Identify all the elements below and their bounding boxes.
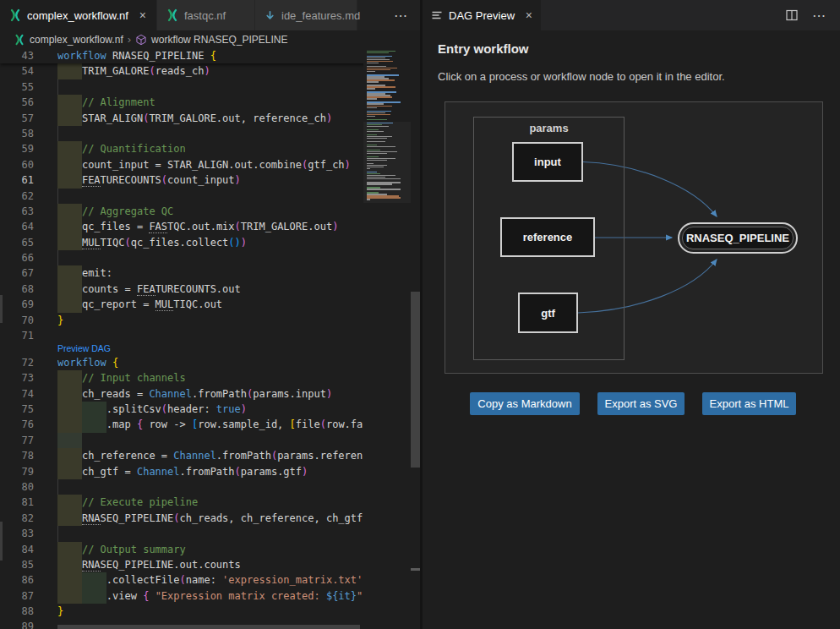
code-line-67[interactable]: 67 emit: — [0, 265, 420, 281]
line-number: 75 — [0, 402, 57, 417]
export-as-html-button[interactable]: Export as HTML — [702, 392, 796, 415]
code-line-62[interactable]: 62 — [0, 189, 420, 204]
scrollbar-thumb[interactable] — [411, 292, 420, 468]
code-line-60[interactable]: 60 count_input = STAR_ALIGN.out.combine(… — [0, 157, 420, 172]
line-number: 43 — [0, 48, 57, 63]
code-line-88[interactable]: 88} — [0, 604, 420, 619]
dag-node-reference[interactable]: reference — [500, 217, 595, 257]
line-number: 78 — [0, 448, 57, 463]
code-line-63[interactable]: 63 // Aggregate QC — [0, 204, 420, 219]
webview-preview-icon — [431, 9, 443, 21]
breadcrumb: complex_workflow.nf › workflow RNASEQ_PI… — [0, 30, 420, 48]
nextflow-icon — [14, 34, 25, 46]
code-line-81[interactable]: 81 // Execute pipeline — [0, 495, 420, 510]
line-number: 54 — [0, 63, 57, 79]
code-line-59[interactable]: 59 // Quantification — [0, 141, 420, 156]
breadcrumb-file[interactable]: complex_workflow.nf — [30, 34, 123, 46]
code-line-69[interactable]: 69 qc_report = MULTIQC.out — [0, 297, 420, 312]
split-editor-icon[interactable] — [785, 8, 799, 22]
code-line-85[interactable]: 85 RNASEQ_PIPELINE.out.counts — [0, 557, 420, 572]
code-line-72[interactable]: 72workflow { — [0, 355, 420, 370]
code-line-54[interactable]: 54 TRIM_GALORE(reads_ch) — [0, 63, 420, 79]
line-number: 63 — [0, 204, 57, 219]
tab-label: fastqc.nf — [184, 9, 226, 22]
close-icon[interactable]: × — [526, 8, 532, 22]
editor-tab-bar: complex_workflow.nf × fastqc.nf — [0, 0, 420, 30]
dag-node-gtf[interactable]: gtf — [518, 293, 578, 333]
tab-fastqc[interactable]: fastqc.nf — [157, 0, 255, 30]
minimap-viewport[interactable] — [363, 122, 411, 203]
code-line-75[interactable]: 75 .splitCsv(header: true) — [0, 402, 420, 417]
panel-actions: ⋯ — [785, 0, 840, 30]
code-line-61[interactable]: 61 FEATURECOUNTS(count_input) — [0, 172, 420, 188]
more-actions-icon[interactable]: ⋯ — [812, 8, 826, 24]
copy-as-markdown-button[interactable]: Copy as Markdown — [470, 392, 580, 415]
close-icon[interactable]: × — [138, 8, 148, 22]
tab-complex-workflow[interactable]: complex_workflow.nf × — [0, 0, 157, 30]
dag-preview-body: Entry workflow Click on a process or wor… — [423, 30, 840, 629]
code-line-80[interactable]: 80 — [0, 479, 420, 495]
code-line-82[interactable]: 82 RNASEQ_PIPELINE(ch_reads, ch_referenc… — [0, 511, 420, 526]
dag-diagram: params input reference gtf RNASEQ_PIPELI… — [445, 101, 823, 374]
markdown-icon — [264, 9, 276, 22]
vertical-scrollbar[interactable] — [411, 48, 420, 629]
minimap-line — [367, 119, 387, 120]
line-number: 77 — [0, 433, 57, 448]
code-line-68[interactable]: 68 counts = FEATURECOUNTS.out — [0, 282, 420, 297]
sticky-scroll-line[interactable]: 43workflow RNASEQ_PIPELINE { — [0, 48, 369, 63]
params-group-label: params — [474, 122, 624, 134]
code-line-83[interactable]: 83 — [0, 526, 420, 541]
code-line-76[interactable]: 76 .map { row -> [row.sample_id, [file(r… — [0, 417, 420, 432]
tab-dag-preview[interactable]: DAG Preview × — [423, 0, 541, 30]
code-line-58[interactable]: 58 — [0, 126, 420, 141]
code-line-74[interactable]: 74 ch_reads = Channel.fromPath(params.in… — [0, 386, 420, 402]
line-number: 84 — [0, 542, 57, 557]
tab-ide-features[interactable]: ide_features.md — [255, 0, 357, 30]
line-number: 74 — [0, 386, 57, 402]
codelens-row: Preview DAG — [0, 343, 420, 354]
code-line-86[interactable]: 86 .collectFile(name: 'expression_matrix… — [0, 572, 420, 588]
line-number: 65 — [0, 235, 57, 250]
code-line-56[interactable]: 56 // Alignment — [0, 95, 420, 110]
breadcrumb-symbol[interactable]: workflow RNASEQ_PIPELINE — [151, 34, 287, 46]
dag-node-rnaseq-pipeline[interactable]: RNASEQ_PIPELINE — [678, 222, 798, 254]
code-line-79[interactable]: 79 ch_gtf = Channel.fromPath(params.gtf) — [0, 464, 420, 479]
tab-label: ide_features.md — [281, 9, 360, 22]
code-line-78[interactable]: 78 ch_reference = Channel.fromPath(param… — [0, 448, 420, 463]
code-line-73[interactable]: 73 // Input channels — [0, 370, 420, 386]
codelens-preview-dag[interactable]: Preview DAG — [57, 343, 111, 354]
line-number: 73 — [0, 370, 57, 386]
code-line-70[interactable]: 70} — [0, 313, 420, 328]
line-number: 71 — [0, 328, 57, 343]
dag-node-input[interactable]: input — [512, 142, 583, 182]
code-line-65[interactable]: 65 MULTIQC(qc_files.collect()) — [0, 235, 420, 250]
symbol-cube-icon — [135, 34, 147, 46]
code-line-55[interactable]: 55 — [0, 79, 420, 95]
line-number: 85 — [0, 557, 57, 572]
vscode-window: complex_workflow.nf × fastqc.nf — [0, 0, 840, 629]
code-line-71[interactable]: 71 — [0, 328, 420, 343]
code-line-57[interactable]: 57 STAR_ALIGN(TRIM_GALORE.out, reference… — [0, 111, 420, 126]
export-as-svg-button[interactable]: Export as SVG — [597, 392, 685, 415]
code-editor[interactable]: 43workflow RNASEQ_PIPELINE { 54 TRIM_GAL… — [0, 48, 420, 629]
code-line-64[interactable]: 64 qc_files = FASTQC.out.mix(TRIM_GALORE… — [0, 219, 420, 234]
horizontal-scrollbar[interactable] — [57, 625, 360, 629]
minimap-line — [367, 88, 375, 89]
line-number: 87 — [0, 588, 57, 604]
line-number: 76 — [0, 417, 57, 432]
nextflow-icon — [166, 8, 179, 22]
left-edge-decoration — [0, 295, 3, 323]
minimap-line — [367, 98, 377, 99]
minimap[interactable] — [363, 48, 411, 271]
more-actions-icon[interactable]: ⋯ — [394, 0, 408, 30]
code-line-77[interactable]: 77 — [0, 433, 420, 448]
code-line-84[interactable]: 84 // Output summary — [0, 542, 420, 557]
page-title: Entry workflow — [438, 41, 529, 56]
code-line-66[interactable]: 66 — [0, 250, 420, 265]
dag-preview-panel: DAG Preview × ⋯ Entry workflow Click on … — [423, 0, 840, 629]
tab-label: complex_workflow.nf — [27, 9, 128, 22]
line-number: 59 — [0, 141, 57, 156]
minimap-line — [367, 71, 375, 72]
code-line-87[interactable]: 87 .view { "Expression matrix created: $… — [0, 588, 420, 604]
code-line-43[interactable]: 43workflow RNASEQ_PIPELINE { — [0, 48, 369, 63]
